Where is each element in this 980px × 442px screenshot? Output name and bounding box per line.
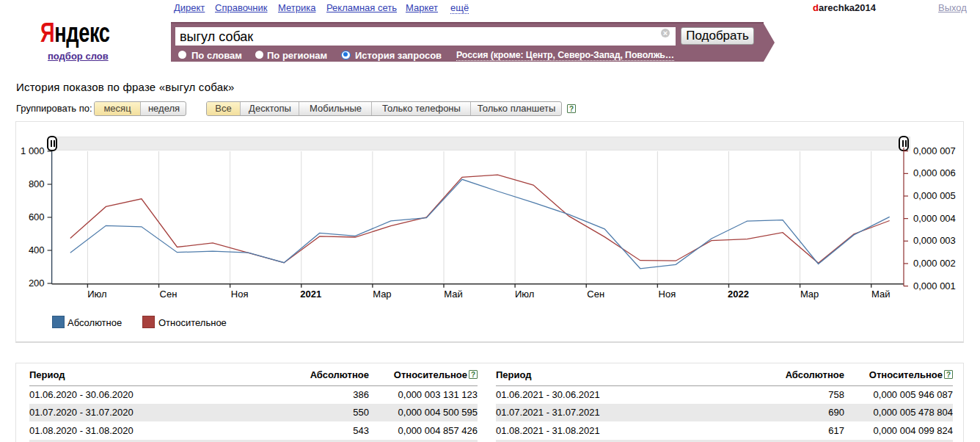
svg-text:200: 200	[29, 278, 45, 289]
svg-text:0,000 005: 0,000 005	[913, 190, 956, 201]
svg-text:0,000 003: 0,000 003	[913, 235, 956, 246]
svg-text:Мар: Мар	[373, 289, 391, 300]
svg-text:2021: 2021	[300, 289, 321, 300]
svg-text:0,000 007: 0,000 007	[913, 145, 956, 156]
svg-text:Июл: Июл	[515, 289, 534, 300]
svg-text:1 000: 1 000	[21, 145, 45, 156]
svg-text:Мар: Мар	[800, 289, 819, 300]
svg-text:Ноя: Ноя	[659, 289, 676, 300]
svg-text:0,000 001: 0,000 001	[913, 280, 956, 291]
svg-text:600: 600	[29, 211, 45, 222]
svg-text:2022: 2022	[728, 289, 749, 300]
svg-text:0,000 004: 0,000 004	[913, 213, 956, 224]
svg-text:Сен: Сен	[587, 289, 604, 300]
svg-text:Май: Май	[444, 289, 462, 300]
svg-text:0,000 006: 0,000 006	[913, 167, 956, 178]
svg-text:800: 800	[29, 178, 45, 189]
svg-text:Ноя: Ноя	[231, 289, 249, 300]
svg-text:Июл: Июл	[87, 289, 106, 300]
svg-text:Сен: Сен	[160, 289, 178, 300]
svg-text:400: 400	[29, 244, 45, 256]
svg-text:Май: Май	[871, 289, 890, 300]
svg-text:0,000 002: 0,000 002	[913, 258, 956, 269]
